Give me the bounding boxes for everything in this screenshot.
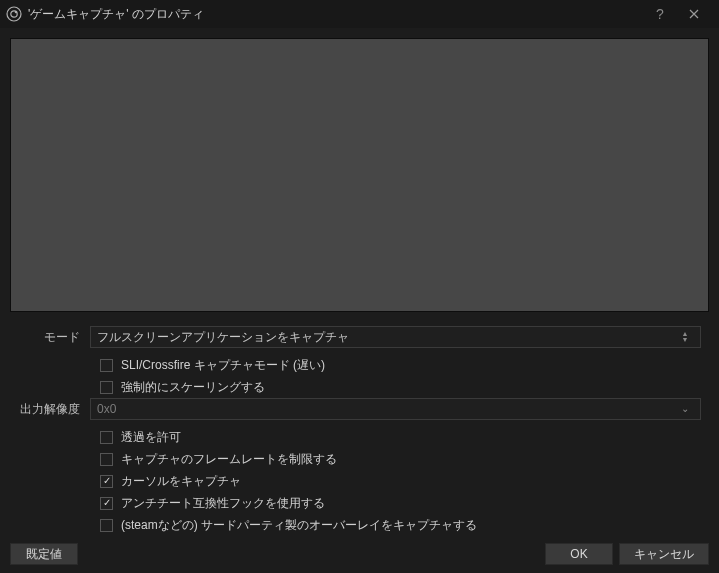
updown-icon: ▲▼: [676, 331, 694, 343]
titlebar: 'ゲームキャプチャ' のプロパティ ?: [0, 0, 719, 28]
dialog-footer: 既定値 OK キャンセル: [0, 543, 719, 565]
defaults-button[interactable]: 既定値: [10, 543, 78, 565]
capture-overlays-checkbox[interactable]: [100, 519, 113, 532]
app-icon: [6, 6, 22, 22]
limit-framerate-checkbox[interactable]: [100, 453, 113, 466]
cancel-button[interactable]: キャンセル: [619, 543, 709, 565]
mode-value: フルスクリーンアプリケーションをキャプチャ: [97, 329, 676, 346]
allow-transparency-checkbox[interactable]: [100, 431, 113, 444]
close-button[interactable]: [677, 0, 711, 28]
preview-area: [10, 38, 709, 312]
resolution-value: 0x0: [97, 402, 676, 416]
ok-button[interactable]: OK: [545, 543, 613, 565]
capture-cursor-checkbox[interactable]: [100, 475, 113, 488]
sli-checkbox[interactable]: [100, 359, 113, 372]
sli-label[interactable]: SLI/Crossfire キャプチャモード (遅い): [121, 357, 325, 374]
window-title: 'ゲームキャプチャ' のプロパティ: [28, 6, 643, 23]
resolution-select[interactable]: 0x0 ⌄: [90, 398, 701, 420]
svg-point-0: [7, 7, 21, 21]
force-scale-label[interactable]: 強制的にスケーリングする: [121, 379, 265, 396]
help-button[interactable]: ?: [643, 0, 677, 28]
properties-form: モード フルスクリーンアプリケーションをキャプチャ ▲▼ SLI/Crossfi…: [4, 326, 715, 536]
limit-framerate-label[interactable]: キャプチャのフレームレートを制限する: [121, 451, 337, 468]
mode-select[interactable]: フルスクリーンアプリケーションをキャプチャ ▲▼: [90, 326, 701, 348]
force-scale-checkbox[interactable]: [100, 381, 113, 394]
anticheat-hook-checkbox[interactable]: [100, 497, 113, 510]
resolution-label: 出力解像度: [18, 401, 90, 418]
mode-label: モード: [18, 329, 90, 346]
svg-point-2: [15, 11, 18, 14]
anticheat-hook-label[interactable]: アンチチート互換性フックを使用する: [121, 495, 325, 512]
capture-overlays-label[interactable]: (steamなどの) サードパーティ製のオーバーレイをキャプチャする: [121, 517, 477, 534]
capture-cursor-label[interactable]: カーソルをキャプチャ: [121, 473, 241, 490]
chevron-down-icon: ⌄: [676, 404, 694, 414]
allow-transparency-label[interactable]: 透過を許可: [121, 429, 181, 446]
